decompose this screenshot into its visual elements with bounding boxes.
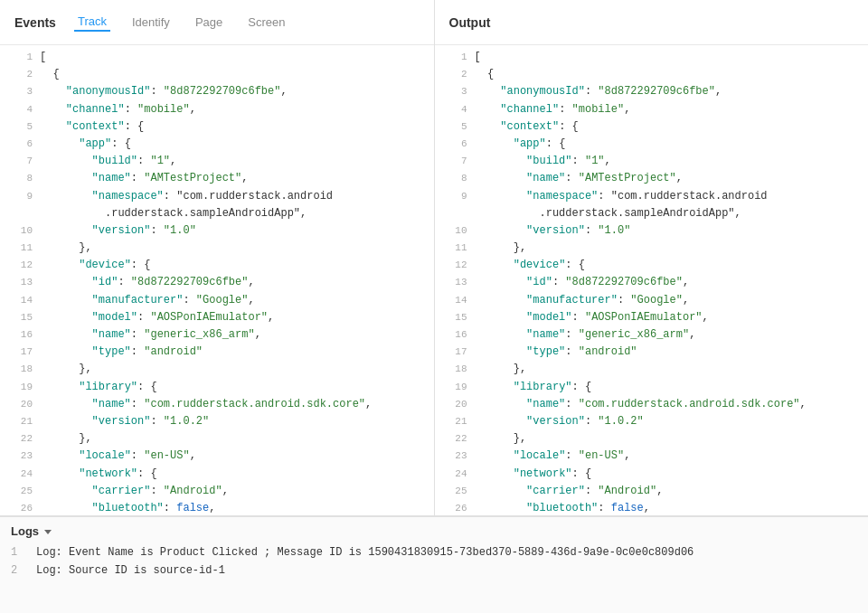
- log-entry: 1Log: Event Name is Product Clicked ; Me…: [11, 543, 857, 561]
- code-line: 26 "bluetooth": false,: [0, 500, 434, 515]
- line-content: .rudderstack.sampleAndroidApp",: [475, 205, 862, 222]
- line-number: 2: [7, 66, 33, 83]
- line-content: "version": "1.0.2": [40, 413, 427, 430]
- line-number: 26: [442, 500, 467, 515]
- code-line: 6 "app": {: [435, 136, 869, 153]
- code-line: 6 "app": {: [0, 136, 434, 153]
- line-content: "device": {: [475, 257, 862, 274]
- code-line: 7 "build": "1",: [0, 153, 434, 170]
- line-number: 8: [442, 170, 467, 187]
- line-number: 4: [442, 101, 467, 118]
- tab-screen[interactable]: Screen: [244, 14, 288, 31]
- line-content: "context": {: [40, 118, 427, 136]
- line-number: 13: [7, 274, 33, 291]
- line-number: 22: [7, 430, 33, 448]
- log-number: 2: [11, 561, 29, 580]
- line-number: 19: [7, 379, 33, 396]
- code-line: 21 "version": "1.0.2": [0, 413, 434, 430]
- line-number: 14: [442, 292, 467, 309]
- line-content: "anonymousId": "8d872292709c6fbe",: [40, 83, 427, 100]
- line-number: 3: [7, 83, 33, 100]
- tab-page[interactable]: Page: [192, 14, 226, 31]
- output-panel: Output 1[2 {3 "anonymousId": "8d87229270…: [435, 0, 869, 515]
- line-number: 8: [7, 170, 33, 187]
- line-number: 18: [442, 361, 467, 378]
- line-content: "carrier": "Android",: [40, 483, 427, 500]
- code-line: 15 "model": "AOSPonIAEmulator",: [435, 309, 869, 326]
- code-line: 2 {: [0, 66, 434, 83]
- events-panel: Events Track Identify Page Screen 1[2 {3…: [0, 0, 435, 515]
- output-code-area[interactable]: 1[2 {3 "anonymousId": "8d872292709c6fbe"…: [435, 45, 869, 515]
- code-line: 4 "channel": "mobile",: [435, 101, 869, 118]
- line-number: 10: [442, 222, 467, 240]
- line-content: "locale": "en-US",: [40, 448, 427, 465]
- code-line: 3 "anonymousId": "8d872292709c6fbe",: [0, 83, 434, 100]
- code-line: .rudderstack.sampleAndroidApp",: [0, 205, 434, 222]
- line-content: },: [40, 240, 427, 257]
- code-line: 18 },: [435, 361, 869, 378]
- events-header: Events Track Identify Page Screen: [0, 0, 434, 45]
- code-line: 17 "type": "android": [0, 344, 434, 361]
- line-number: [7, 205, 33, 206]
- line-content: },: [475, 430, 862, 448]
- line-content: "network": {: [475, 466, 862, 483]
- line-number: 7: [7, 153, 33, 170]
- line-content: "channel": "mobile",: [40, 101, 427, 118]
- log-text: Log: Source ID is source-id-1: [36, 561, 225, 580]
- code-line: 23 "locale": "en-US",: [0, 448, 434, 465]
- tab-track[interactable]: Track: [74, 13, 110, 32]
- events-code-area[interactable]: 1[2 {3 "anonymousId": "8d872292709c6fbe"…: [0, 45, 434, 515]
- code-line: 23 "locale": "en-US",: [435, 448, 869, 465]
- line-number: 24: [442, 466, 467, 483]
- line-number: 24: [7, 466, 33, 483]
- code-line: 5 "context": {: [435, 118, 869, 136]
- line-content: "id": "8d872292709c6fbe",: [40, 274, 427, 291]
- line-number: 6: [442, 136, 467, 153]
- line-number: 5: [442, 118, 467, 136]
- line-number: 12: [442, 257, 467, 274]
- code-line: 14 "manufacturer": "Google",: [435, 292, 869, 309]
- line-content: "carrier": "Android",: [475, 483, 862, 500]
- log-entry: 2Log: Source ID is source-id-1: [11, 561, 857, 580]
- code-line: 18 },: [0, 361, 434, 378]
- code-line: 14 "manufacturer": "Google",: [0, 292, 434, 309]
- line-content: "type": "android": [475, 344, 862, 361]
- line-number: 22: [442, 430, 467, 448]
- line-number: 13: [442, 274, 467, 291]
- code-line: 13 "id": "8d872292709c6fbe",: [435, 274, 869, 291]
- line-content: "channel": "mobile",: [475, 101, 862, 118]
- line-number: 9: [7, 188, 33, 205]
- logs-section: Logs 1Log: Event Name is Product Clicked…: [0, 515, 868, 613]
- output-header: Output: [435, 0, 869, 45]
- code-line: 9 "namespace": "com.rudderstack.android: [435, 188, 869, 205]
- line-content: "context": {: [475, 118, 862, 136]
- line-number: 1: [7, 49, 33, 66]
- line-number: 15: [7, 309, 33, 326]
- line-number: 19: [442, 379, 467, 396]
- line-number: 4: [7, 101, 33, 118]
- code-line: 12 "device": {: [435, 257, 869, 274]
- tab-identify[interactable]: Identify: [128, 14, 174, 31]
- line-content: "name": "AMTestProject",: [475, 170, 862, 187]
- line-number: 2: [442, 66, 467, 83]
- line-number: 5: [7, 118, 33, 136]
- line-content: "type": "android": [40, 344, 427, 361]
- code-line: 25 "carrier": "Android",: [435, 483, 869, 500]
- line-number: 23: [442, 448, 467, 465]
- line-number: 23: [7, 448, 33, 465]
- logs-chevron-icon[interactable]: [44, 530, 52, 534]
- line-number: 25: [7, 483, 33, 500]
- line-number: 9: [442, 188, 467, 205]
- line-content: .rudderstack.sampleAndroidApp",: [40, 205, 427, 222]
- code-line: 1[: [435, 49, 869, 66]
- line-content: },: [40, 361, 427, 378]
- events-title: Events: [14, 15, 56, 30]
- code-line: 9 "namespace": "com.rudderstack.android: [0, 188, 434, 205]
- output-title: Output: [449, 15, 491, 30]
- line-number: 20: [7, 396, 33, 413]
- line-number: 17: [7, 344, 33, 361]
- code-line: 19 "library": {: [435, 379, 869, 396]
- line-content: "app": {: [475, 136, 862, 153]
- line-number: 26: [7, 500, 33, 515]
- line-content: "build": "1",: [40, 153, 427, 170]
